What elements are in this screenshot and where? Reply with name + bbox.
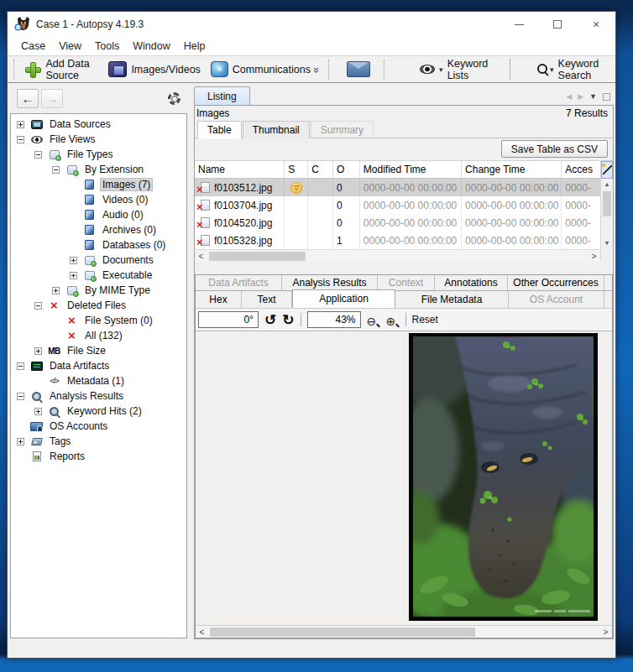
table-row[interactable]: f0105328.jpg 1 0000-00-00 00:00:00 0000-…: [195, 232, 600, 249]
menu-help[interactable]: Help: [177, 39, 212, 54]
minimize-button[interactable]: [500, 12, 538, 37]
tab-other-occurrences[interactable]: Other Occurrences: [508, 275, 604, 290]
expand-handle[interactable]: [17, 121, 24, 128]
tab-text[interactable]: Text: [242, 291, 292, 308]
collapse-handle[interactable]: [17, 362, 24, 370]
column-header-changed[interactable]: Change Time: [462, 161, 562, 179]
rotation-field[interactable]: 0°: [198, 311, 259, 328]
table-row[interactable]: f0103704.jpg 0 0000-00-00 00:00:00 0000-…: [195, 196, 600, 214]
tree-item-all-deleted[interactable]: × All (132): [11, 328, 186, 343]
expand-handle[interactable]: [52, 287, 60, 294]
tab-thumbnail[interactable]: Thumbnail: [243, 121, 310, 138]
collapse-handle[interactable]: [34, 151, 42, 159]
zoom-level-field[interactable]: 43%: [307, 311, 361, 328]
tree-item-executable[interactable]: Executable: [11, 268, 186, 283]
tab-application[interactable]: Application: [292, 289, 395, 308]
deleted-image-file-icon: [198, 182, 211, 193]
tree-item-documents[interactable]: Documents: [11, 253, 186, 268]
reset-button[interactable]: Reset: [412, 314, 438, 326]
tree-item-databases[interactable]: Databases (0): [11, 237, 186, 253]
communications-button[interactable]: Communications »: [206, 60, 324, 79]
tab-list-dropdown-icon[interactable]: ▼: [589, 92, 597, 101]
table-vertical-scrollbar[interactable]: ▲ ▼: [600, 161, 613, 261]
panel-splitter[interactable]: [195, 261, 613, 274]
expand-handle[interactable]: [34, 347, 42, 355]
rotate-counterclockwise-icon[interactable]: ↺: [264, 313, 276, 327]
scroll-tabs-right-icon[interactable]: ▶: [578, 92, 583, 101]
tree-item-by-mime-type[interactable]: By MIME Type: [11, 283, 186, 298]
images-videos-button[interactable]: Images/Videos: [103, 60, 205, 79]
gear-icon[interactable]: [168, 92, 180, 105]
column-header-s[interactable]: S: [285, 161, 308, 179]
rotate-clockwise-icon[interactable]: ↻: [282, 313, 294, 327]
tree-item-keyword-hits[interactable]: Keyword Hits (2): [11, 404, 186, 419]
tree-item-file-types[interactable]: File Types: [11, 147, 186, 162]
scroll-up-icon[interactable]: ▲: [601, 179, 613, 190]
tree-item-analysis-results[interactable]: Analysis Results: [11, 388, 186, 404]
tree-item-videos[interactable]: Videos (0): [11, 192, 186, 207]
forward-button[interactable]: →: [41, 89, 63, 108]
column-header-modified[interactable]: Modified Time: [360, 161, 462, 179]
expand-handle[interactable]: [34, 408, 42, 415]
tab-annotations[interactable]: Annotations: [435, 275, 508, 290]
zoom-in-icon[interactable]: ⊕: [386, 314, 400, 326]
maximize-panel-icon[interactable]: [603, 93, 610, 101]
column-header-name[interactable]: Name: [195, 161, 285, 179]
scroll-tabs-left-icon[interactable]: ◀: [566, 92, 572, 101]
close-button[interactable]: ×: [577, 12, 615, 37]
tab-table[interactable]: Table: [197, 121, 242, 138]
tree-item-by-extension[interactable]: By Extension: [11, 162, 186, 177]
save-table-csv-button[interactable]: Save Table as CSV: [501, 140, 608, 158]
column-settings-button[interactable]: [601, 161, 613, 179]
collapse-handle[interactable]: [17, 393, 24, 400]
table-row[interactable]: f0104520.jpg 0 0000-00-00 00:00:00 0000-…: [195, 214, 600, 232]
viewer-horizontal-scrollbar[interactable]: < >: [196, 625, 612, 638]
tab-file-metadata[interactable]: File Metadata: [395, 291, 509, 308]
scrollbar-thumb[interactable]: [603, 191, 611, 216]
scrollbar-thumb[interactable]: [210, 628, 475, 637]
menu-case[interactable]: Case: [14, 39, 52, 54]
column-header-accessed[interactable]: Acces: [562, 161, 600, 179]
tab-hex[interactable]: Hex: [196, 291, 242, 308]
expand-handle[interactable]: [70, 257, 77, 264]
expand-handle[interactable]: [70, 272, 77, 279]
tree-item-archives[interactable]: Archives (0): [11, 222, 186, 237]
menu-view[interactable]: View: [52, 39, 88, 54]
tree-item-images[interactable]: Images (7): [11, 177, 186, 192]
menu-window[interactable]: Window: [126, 39, 176, 54]
table-row[interactable]: f0103512.jpg 0 0000-00-00 00:00:00 0000-…: [195, 179, 600, 196]
maximize-button[interactable]: [538, 12, 577, 37]
tree-item-data-sources[interactable]: Data Sources: [11, 117, 186, 132]
tree-item-file-size[interactable]: MB File Size: [11, 343, 186, 358]
keyword-lists-button[interactable]: ▾ Keyword Lists: [415, 56, 493, 83]
expand-handle[interactable]: [17, 438, 24, 445]
email-button[interactable]: [342, 60, 375, 79]
tree-item-tags[interactable]: Tags: [11, 434, 186, 449]
tab-listing[interactable]: Listing: [194, 86, 250, 105]
tree-item-data-artifacts[interactable]: Data Artifacts: [11, 358, 186, 373]
table-horizontal-scrollbar[interactable]: < >: [195, 249, 600, 262]
tree-item-reports[interactable]: Reports: [11, 449, 186, 464]
tab-analysis-results[interactable]: Analysis Results: [282, 275, 378, 290]
collapse-handle[interactable]: [17, 136, 24, 143]
tree-item-audio[interactable]: Audio (0): [11, 207, 186, 222]
tree-item-deleted-files[interactable]: × Deleted Files: [11, 298, 186, 313]
zoom-out-icon[interactable]: ⊖: [367, 314, 380, 326]
scroll-down-icon[interactable]: ▼: [601, 237, 613, 248]
column-header-o[interactable]: O: [333, 161, 360, 179]
menu-tools[interactable]: Tools: [88, 39, 126, 54]
scroll-right-icon[interactable]: >: [599, 626, 612, 638]
scroll-left-icon[interactable]: <: [196, 626, 208, 638]
keyword-search-button[interactable]: ▾ Keyword Search: [532, 56, 614, 83]
scrollbar-thumb[interactable]: [209, 252, 306, 261]
add-data-source-button[interactable]: Add Data Source: [19, 56, 103, 83]
tree-item-file-views[interactable]: File Views: [11, 132, 186, 147]
back-button[interactable]: ←: [17, 89, 39, 108]
image-viewer-canvas[interactable]: [196, 331, 612, 625]
tree-item-file-system[interactable]: × File System (0): [11, 313, 186, 328]
collapse-handle[interactable]: [52, 166, 60, 174]
collapse-handle[interactable]: [34, 302, 42, 310]
tree-item-os-accounts[interactable]: OS Accounts: [11, 419, 186, 434]
column-header-c[interactable]: C: [308, 161, 333, 179]
tree-item-metadata[interactable]: </> Metadata (1): [11, 373, 186, 388]
